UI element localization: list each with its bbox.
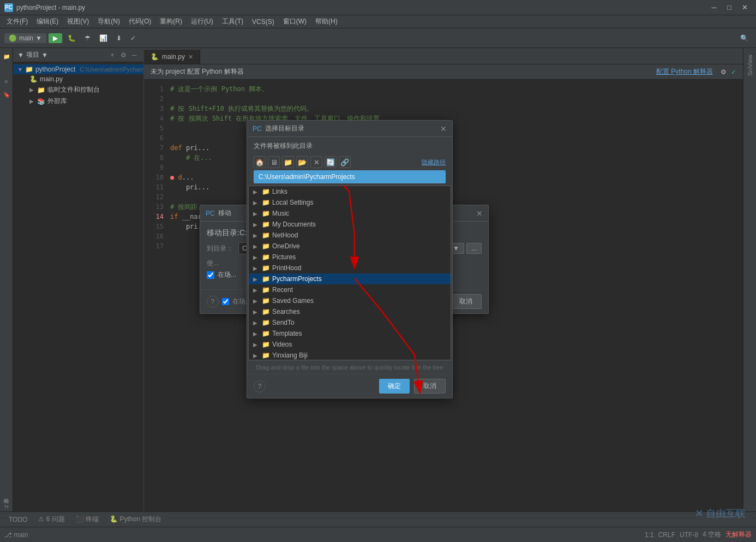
ft-arrow-searches: ▶ bbox=[253, 309, 260, 315]
run-button[interactable]: ▶ bbox=[49, 33, 62, 43]
project-icon[interactable]: 📁 bbox=[1, 50, 13, 62]
tab-close-icon[interactable]: ✕ bbox=[188, 53, 193, 61]
menu-refactor[interactable]: 重构(R) bbox=[155, 16, 187, 27]
vcs-commit-button[interactable]: ✓ bbox=[127, 33, 139, 43]
move-footer-checkbox[interactable] bbox=[222, 298, 229, 305]
close-button[interactable]: ✕ bbox=[737, 2, 752, 13]
notif-settings-icon[interactable]: ⚙ bbox=[721, 68, 727, 76]
dialog-title-bar: PC 选择目标目录 ✕ bbox=[247, 121, 452, 137]
folder-button[interactable]: 📁 bbox=[282, 156, 294, 168]
refresh-button[interactable]: 🔄 bbox=[325, 156, 337, 168]
maximize-button[interactable]: □ bbox=[722, 2, 736, 13]
encoding-indicator[interactable]: UTF-8 bbox=[680, 531, 698, 539]
link-button[interactable]: 🔗 bbox=[339, 156, 351, 168]
coverage-button[interactable]: ☂ bbox=[81, 33, 94, 43]
menu-help[interactable]: 帮助(H) bbox=[311, 16, 342, 27]
interpreter-indicator[interactable]: 无解释器 bbox=[725, 530, 752, 539]
crlf-indicator[interactable]: CRLF bbox=[658, 531, 675, 539]
cancel-button[interactable]: 取消 bbox=[414, 379, 446, 394]
profile-button[interactable]: 📊 bbox=[96, 33, 111, 43]
sciview-label[interactable]: SciView bbox=[746, 50, 754, 80]
hide-path-link[interactable]: 隐藏路径 bbox=[422, 158, 446, 166]
indent-indicator[interactable]: 4 空格 bbox=[703, 530, 721, 539]
file-tree-item[interactable]: ▶ 📁 Videos bbox=[249, 339, 451, 350]
file-tree-item[interactable]: ▶ 📁 Recent bbox=[249, 284, 451, 295]
confirm-button[interactable]: 确定 bbox=[379, 379, 410, 394]
ft-arrow-pycharm: ▶ bbox=[253, 276, 260, 282]
tab-mainpy[interactable]: 🐍 main.py ✕ bbox=[144, 50, 200, 64]
git-branch[interactable]: ⎇ main bbox=[4, 531, 28, 539]
file-tree-item[interactable]: ▶ 📁 Templates bbox=[249, 328, 451, 339]
ft-folder-searches: 📁 bbox=[262, 308, 270, 315]
bottom-tab-terminal[interactable]: ⬛ 终端 bbox=[71, 514, 103, 525]
file-tree-item-pycharmprojects[interactable]: ▶ 📁 PycharmProjects bbox=[249, 273, 451, 284]
status-left: ⎇ main bbox=[4, 531, 28, 539]
hide-panel-button[interactable]: ─ bbox=[129, 50, 139, 60]
move-dialog-close-button[interactable]: ✕ bbox=[476, 209, 483, 218]
dialog-close-button[interactable]: ✕ bbox=[440, 124, 447, 133]
file-tree-item[interactable]: ▶ 📁 Links bbox=[249, 186, 451, 197]
desktop-button[interactable]: 🖥 bbox=[268, 156, 280, 168]
results-icon[interactable]: 结构 bbox=[1, 489, 13, 501]
ft-label-searches: Searches bbox=[272, 308, 300, 315]
project-tree[interactable]: ▼ 📁 pythonProject C:\Users\admin\Pycharm… bbox=[13, 62, 143, 527]
menu-code[interactable]: 代码(O) bbox=[124, 16, 155, 27]
help-button[interactable]: ? bbox=[254, 380, 266, 392]
file-tree-item[interactable]: ▶ 📁 Pictures bbox=[249, 252, 451, 263]
file-tree-item[interactable]: ▶ 📁 Yinxiang Biji bbox=[249, 350, 451, 360]
ft-folder-mydocs: 📁 bbox=[262, 221, 270, 228]
file-tree-item[interactable]: ▶ 📁 Searches bbox=[249, 306, 451, 317]
new-folder-button[interactable]: 📂 bbox=[296, 156, 308, 168]
file-tree-item[interactable]: ▶ 📁 Saved Games bbox=[249, 295, 451, 306]
vcs-update-button[interactable]: ⬇ bbox=[113, 33, 125, 43]
menu-vcs[interactable]: VCS(S) bbox=[248, 17, 279, 27]
menu-edit[interactable]: 编辑(E) bbox=[32, 16, 63, 27]
menu-run[interactable]: 运行(U) bbox=[187, 16, 218, 27]
menu-file[interactable]: 文件(F) bbox=[2, 16, 32, 27]
run-config[interactable]: 🟢 main ▼ bbox=[4, 33, 46, 43]
ft-folder-sendto: 📁 bbox=[262, 319, 270, 326]
settings-button[interactable]: ⚙ bbox=[118, 50, 128, 60]
bottom-tab-todo[interactable]: TODO bbox=[4, 515, 32, 525]
file-tree-item[interactable]: ▶ 📁 Music bbox=[249, 208, 451, 219]
tree-item-temp[interactable]: ▶ 📁 临时文件和控制台 bbox=[13, 84, 143, 96]
tree-item-extlib[interactable]: ▶ 📚 外部库 bbox=[13, 96, 143, 107]
menu-tools[interactable]: 工具(T) bbox=[218, 16, 248, 27]
file-tree-item[interactable]: ▶ 📁 My Documents bbox=[249, 219, 451, 230]
file-tree-item[interactable]: ▶ 📁 PrintHood bbox=[249, 263, 451, 273]
file-tree-item[interactable]: ▶ 📁 OneDrive bbox=[249, 241, 451, 252]
file-tree-item[interactable]: ▶ 📁 SendTo bbox=[249, 317, 451, 328]
structure-icon[interactable]: ≡ bbox=[1, 75, 13, 87]
ft-label-pictures: Pictures bbox=[272, 253, 296, 261]
tree-item-mainpy[interactable]: 🐍 main.py bbox=[13, 74, 143, 84]
file-tree-item[interactable]: ▶ 📁 NetHood bbox=[249, 230, 451, 241]
move-browse-dots[interactable]: ... bbox=[466, 243, 482, 254]
bottom-tabs: TODO ⚠ 6 问题 ⬛ 终端 🐍 Python 控制台 bbox=[0, 511, 756, 527]
move-cancel-button[interactable]: 取消 bbox=[450, 294, 482, 309]
debug-button[interactable]: 🐛 bbox=[64, 33, 79, 43]
tree-root[interactable]: ▼ 📁 pythonProject C:\Users\admin\Pycharm… bbox=[13, 64, 143, 74]
panel-dropdown-icon[interactable]: ▼ bbox=[41, 51, 48, 59]
add-button[interactable]: + bbox=[107, 50, 117, 60]
tree-root-label: pythonProject bbox=[35, 65, 75, 73]
ft-arrow-templates: ▶ bbox=[253, 331, 260, 337]
search-everywhere-button[interactable]: 🔍 bbox=[737, 33, 752, 43]
configure-interpreter-link[interactable]: 配置 Python 解释器 bbox=[656, 67, 713, 76]
move-checkbox[interactable] bbox=[207, 271, 214, 279]
menu-navigate[interactable]: 导航(N) bbox=[93, 16, 124, 27]
notification-text: 未为 project 配置 Python 解释器 bbox=[151, 67, 244, 76]
move-help-button[interactable]: ? bbox=[207, 296, 219, 308]
file-tree[interactable]: ▶ 📁 Links ▶ 📁 Local Settings ▶ 📁 Music ▶… bbox=[248, 186, 451, 360]
bookmark-icon[interactable]: 🔖 bbox=[1, 88, 13, 100]
bottom-tab-problems[interactable]: ⚠ 6 问题 bbox=[34, 514, 69, 525]
file-tree-item[interactable]: ▶ 📁 Local Settings bbox=[249, 197, 451, 208]
line-col-indicator[interactable]: 1:1 bbox=[645, 531, 654, 539]
menu-view[interactable]: 视图(V) bbox=[63, 16, 93, 27]
menu-window[interactable]: 窗口(W) bbox=[279, 16, 311, 27]
select-dir-dialog[interactable]: PC 选择目标目录 ✕ 文件将被移到此目录 🏠 🖥 📁 📂 ✕ 🔄 🔗 隐藏路径… bbox=[247, 120, 453, 398]
delete-button[interactable]: ✕ bbox=[310, 156, 322, 168]
path-input[interactable] bbox=[254, 170, 446, 183]
minimize-button[interactable]: ─ bbox=[707, 2, 721, 13]
home-button[interactable]: 🏠 bbox=[254, 156, 266, 168]
bottom-tab-python[interactable]: 🐍 Python 控制台 bbox=[105, 514, 166, 525]
